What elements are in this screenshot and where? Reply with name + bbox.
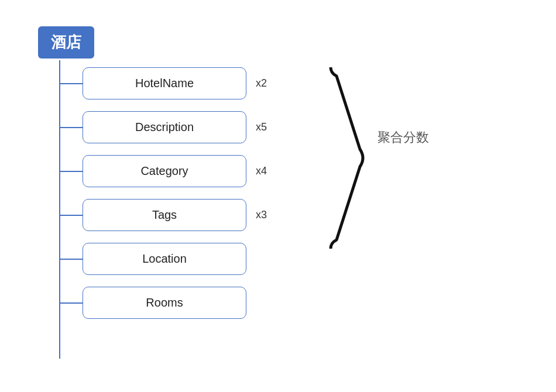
field-box-category: Category [83, 155, 246, 187]
field-row-1: Description x5 [59, 111, 273, 143]
field-box-rooms: Rooms [83, 287, 246, 319]
field-row-3: Tags x3 [59, 199, 273, 231]
field-row-4: Location [59, 243, 273, 275]
multiplier-2: x4 [256, 165, 273, 177]
h-connector-1 [59, 127, 83, 128]
field-label-1: Description [135, 121, 194, 134]
field-label-4: Location [142, 252, 187, 266]
brace-container [325, 67, 372, 251]
h-connector-3 [59, 215, 83, 216]
brace-label: 聚合分数 [377, 129, 429, 146]
brace-label-text: 聚合分数 [377, 130, 429, 145]
field-box-tags: Tags [83, 199, 246, 231]
multiplier-0: x2 [256, 77, 273, 90]
field-row-5: Rooms [59, 287, 273, 319]
field-label-5: Rooms [146, 296, 183, 310]
root-node: 酒店 [38, 26, 94, 59]
field-box-description: Description [83, 111, 246, 143]
brace-svg [325, 67, 372, 249]
multiplier-3: x3 [256, 209, 273, 221]
field-label-3: Tags [152, 208, 177, 222]
diagram-container: 酒店 HotelName x2 Description x5 Category … [15, 9, 541, 383]
h-connector-4 [59, 259, 83, 260]
h-connector-0 [59, 83, 83, 84]
root-label: 酒店 [51, 33, 81, 51]
field-box-hotelname: HotelName [83, 67, 246, 99]
field-box-location: Location [83, 243, 246, 275]
h-connector-2 [59, 171, 83, 172]
field-row-2: Category x4 [59, 155, 273, 187]
h-connector-5 [59, 302, 83, 304]
multiplier-1: x5 [256, 121, 273, 133]
field-row-0: HotelName x2 [59, 67, 273, 99]
field-label-0: HotelName [135, 77, 194, 90]
field-label-2: Category [140, 164, 188, 178]
